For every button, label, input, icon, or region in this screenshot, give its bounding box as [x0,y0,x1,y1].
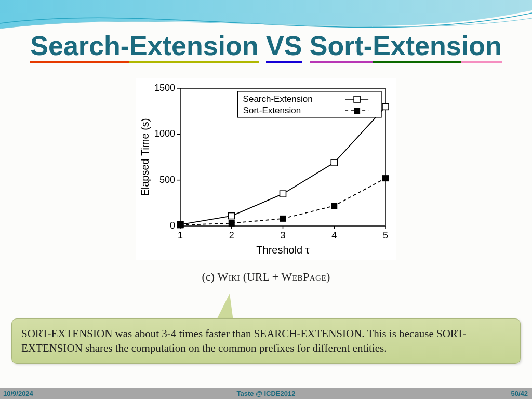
footer-venue: Taste @ ICDE2012 [0,390,532,397]
svg-rect-26 [177,222,183,228]
title-word-1b: Extension [129,31,259,63]
title-word-3b: Extens [373,31,461,63]
chart: 05001000150012345Threshold τElapsed Time… [136,78,396,260]
callout-text: SORT-EXTENSION was about 3-4 times faste… [11,318,521,364]
footer-date: 10/9/2024 [3,390,33,397]
svg-text:Elapsed Time (s): Elapsed Time (s) [139,118,151,196]
svg-rect-37 [354,108,360,114]
svg-rect-28 [280,216,286,222]
title-word-3c: ion [461,31,502,63]
svg-rect-24 [331,159,337,166]
title-word-2: VS [266,31,302,63]
footer-page: 50/42 [511,390,528,397]
svg-text:4: 4 [331,230,337,241]
svg-text:Sort-Extension: Sort-Extension [243,105,301,115]
svg-text:Threshold τ: Threshold τ [256,244,309,256]
svg-text:1: 1 [178,230,183,241]
callout: SORT-EXTENSION was about 3-4 times faste… [11,294,521,374]
svg-text:1000: 1000 [154,128,175,139]
slide-title: Search-Extension VS Sort-Extension [0,30,532,61]
svg-text:3: 3 [280,230,285,241]
svg-text:2: 2 [229,230,234,241]
chart-caption: (c) Wiki (URL + WebPage) [0,270,532,284]
svg-rect-34 [354,96,360,102]
svg-rect-22 [229,213,235,219]
svg-rect-30 [382,175,389,181]
svg-text:1500: 1500 [154,83,175,93]
svg-rect-23 [280,191,286,197]
footer-bar: 10/9/2024 Taste @ ICDE2012 50/42 [0,388,532,399]
title-word-1a: Search- [30,31,129,63]
svg-text:500: 500 [159,175,175,185]
svg-rect-29 [331,203,337,209]
chart-svg: 05001000150012345Threshold τElapsed Time… [136,78,396,260]
title-word-3a: Sort- [310,31,373,63]
svg-rect-27 [229,220,235,227]
svg-text:5: 5 [383,230,388,241]
svg-text:Search-Extension: Search-Extension [243,94,313,104]
svg-rect-25 [382,103,389,110]
svg-text:0: 0 [170,220,175,231]
